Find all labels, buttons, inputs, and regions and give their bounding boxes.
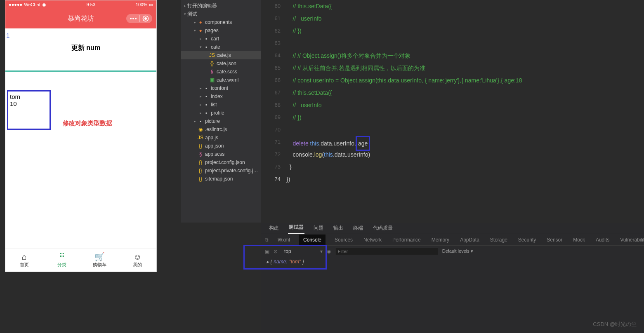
devtool-tabs: ⧉ WxmlConsoleSourcesNetworkPerformanceMe… xyxy=(261,234,644,246)
devtool-tab[interactable]: Storage xyxy=(488,235,509,245)
dropdown-icon[interactable]: ▾ xyxy=(320,249,323,254)
tree-item[interactable]: ▸▪index xyxy=(181,92,261,101)
devtool-tab[interactable]: Audits xyxy=(594,235,611,245)
tree-item[interactable]: §app.scss xyxy=(181,150,261,158)
tree-item[interactable]: §cate.scss xyxy=(181,68,261,76)
code-line[interactable]: // this.setData({ xyxy=(286,0,644,12)
file-icon: ◉ xyxy=(197,127,204,132)
tree-item[interactable]: ▣cate.wxml xyxy=(181,76,261,84)
tree-item[interactable]: {}app.json xyxy=(181,142,261,150)
inspect-icon[interactable]: ⧉ xyxy=(265,237,269,243)
file-icon: JS xyxy=(197,135,204,141)
devtool-tab[interactable]: Network xyxy=(362,235,383,245)
console-output: ▸ { name: "tom" } xyxy=(261,257,644,266)
svg-point-1 xyxy=(132,18,134,19)
tree-item[interactable]: {}cate.json xyxy=(181,59,261,68)
tree-item[interactable]: ▸▪profile xyxy=(181,109,261,117)
tree-item[interactable]: ▾●pages xyxy=(181,26,261,35)
modify-object-button[interactable]: 修改对象类型数据 xyxy=(55,115,120,131)
tree-section-editors[interactable]: ▸打开的编辑器 xyxy=(181,2,261,10)
devtool-tab[interactable]: Console xyxy=(299,235,326,245)
clear-console-icon[interactable]: ⊘ xyxy=(274,249,278,254)
file-icon: {} xyxy=(209,61,215,66)
panel-tab[interactable]: 代码质量 xyxy=(372,223,394,234)
code-area[interactable]: // this.setData({ // userInfo // }) // /… xyxy=(286,0,644,223)
panel-tab[interactable]: 输出 xyxy=(333,223,344,234)
update-num-button[interactable]: 更新 num xyxy=(49,40,123,56)
svg-point-0 xyxy=(130,18,132,19)
tree-section-root[interactable]: ▾测试 xyxy=(181,10,261,18)
panel-tab[interactable]: 终端 xyxy=(352,223,364,234)
panel-tab[interactable]: 构建 xyxy=(268,223,280,234)
file-icon: ▪ xyxy=(203,110,210,116)
eye-icon[interactable]: ◉ xyxy=(327,249,331,254)
tree-item[interactable]: {}project.config.json xyxy=(181,158,261,166)
code-line[interactable] xyxy=(286,124,644,136)
devtool-tab[interactable]: Memory xyxy=(430,235,451,245)
code-line[interactable]: // // Object.assign()将多个对象合并为一个对象 xyxy=(286,49,644,62)
user-name: tom xyxy=(10,93,48,100)
tree-item[interactable]: ▸●components xyxy=(181,18,261,26)
code-line[interactable]: // userInfo xyxy=(286,99,644,111)
tab-item-2[interactable]: 🛒购物车 xyxy=(81,249,119,272)
tree-item[interactable]: ▸▪cart xyxy=(181,35,261,43)
code-line[interactable]: delete this.data.userInfo.age xyxy=(286,136,644,148)
devtool-tab[interactable]: AppData xyxy=(458,235,481,245)
tree-label: cate.wxml xyxy=(217,77,238,83)
filter-input[interactable] xyxy=(335,248,438,255)
tree-label: sitemap.json xyxy=(205,176,233,182)
devtool-tab[interactable]: Security xyxy=(517,235,538,245)
code-line[interactable] xyxy=(286,37,644,49)
file-icon: {} xyxy=(197,168,204,174)
tree-item[interactable]: JSapp.js xyxy=(181,134,261,142)
code-editor[interactable]: 606162636465666768697071727374 // this.s… xyxy=(261,0,644,223)
tree-item[interactable]: {}sitemap.json xyxy=(181,175,261,183)
panel-tab[interactable]: 问题 xyxy=(313,223,324,234)
code-line[interactable]: // userInfo xyxy=(286,12,644,25)
carrier-label: WeChat xyxy=(24,2,40,7)
tree-item[interactable]: {}project.private.config.js... xyxy=(181,166,261,175)
code-line[interactable]: // const userInfo = Object.assign(this.d… xyxy=(286,74,644,87)
tree-item[interactable]: ▸▪list xyxy=(181,101,261,109)
code-line[interactable]: }) xyxy=(286,173,644,185)
capsule-button[interactable] xyxy=(126,14,152,23)
tree-label: app.json xyxy=(205,143,224,149)
code-line[interactable]: // }) xyxy=(286,111,644,124)
tree-label: components xyxy=(205,19,232,25)
tree-item[interactable]: ◉.eslintrc.js xyxy=(181,125,261,134)
log-levels[interactable]: Default levels ▾ xyxy=(442,249,473,254)
tree-item[interactable]: ▾▪cate xyxy=(181,43,261,51)
tab-item-3[interactable]: ☺我的 xyxy=(119,249,157,272)
tree-label: app.js xyxy=(205,135,218,141)
context-selector[interactable]: top xyxy=(282,248,316,255)
num-value: 1 xyxy=(6,32,9,39)
tree-item[interactable]: JScate.js xyxy=(181,51,261,59)
code-line[interactable]: // }) xyxy=(286,25,644,37)
devtool-tab[interactable]: Wxml xyxy=(276,235,292,245)
panel-tab[interactable]: 调试器 xyxy=(288,222,304,234)
wifi-icon: ◉ xyxy=(42,2,46,7)
svg-point-2 xyxy=(135,18,137,19)
time-label: 9:53 xyxy=(87,2,95,7)
battery-icon: ▭ xyxy=(149,2,153,7)
devtool-tab[interactable]: Sensor xyxy=(545,235,564,245)
console-toolbar: ▣ ⊘ top ▾ ◉ Default levels ▾ xyxy=(261,246,644,257)
tab-item-1[interactable]: ⠛分类 xyxy=(43,249,81,272)
file-icon: ▪ xyxy=(203,36,210,42)
tab-item-0[interactable]: ⌂首页 xyxy=(5,249,43,272)
obj-key: name: xyxy=(274,259,287,265)
devtool-tab[interactable]: Sources xyxy=(333,235,354,245)
tree-item[interactable]: ▸▪iconfont xyxy=(181,84,261,92)
devtool-tab[interactable]: Performance xyxy=(391,235,422,245)
tree-label: cate xyxy=(211,44,220,50)
line-gutter: 606162636465666768697071727374 xyxy=(261,0,286,223)
code-line[interactable]: // // 从后往前合并,若是遇到相同属性，以后面的为准 xyxy=(286,62,644,74)
toggle-sidebar-icon[interactable]: ▣ xyxy=(265,249,269,254)
devtool-tab[interactable]: Vulnerability xyxy=(618,235,644,245)
code-line[interactable]: console.log(this.data.userInfo) xyxy=(286,148,644,161)
devtool-tab[interactable]: Mock xyxy=(571,235,587,245)
tree-item[interactable]: ▸▪picture xyxy=(181,117,261,125)
console-line[interactable]: ▸ { name: "tom" } xyxy=(267,259,638,265)
code-line[interactable]: } xyxy=(286,161,644,173)
code-line[interactable]: // this.setData({ xyxy=(286,87,644,99)
